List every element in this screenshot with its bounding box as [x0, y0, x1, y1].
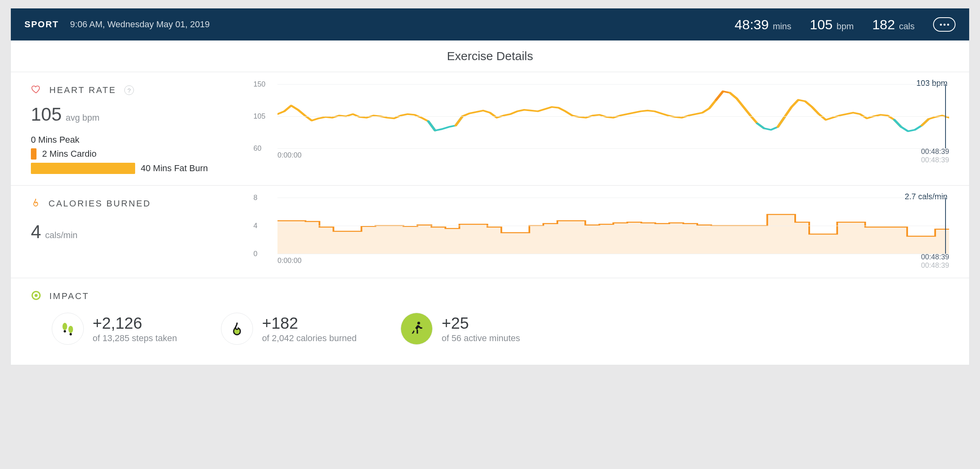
svg-point-1	[34, 294, 38, 297]
hr-zone: 40 Mins Fat Burn	[31, 163, 253, 174]
stat-hr: 105 bpm	[810, 17, 854, 32]
hr-y-tick: 105	[253, 112, 265, 121]
flame-badge-icon	[227, 319, 247, 338]
heart-rate-chart[interactable]: 60105150 0:00:00 00:48:39 00:48:39	[253, 84, 949, 164]
hr-unit: bpm	[836, 21, 854, 32]
impact-active: +25 of 56 active minutes	[401, 313, 520, 345]
avg-cal-value: 4	[31, 221, 41, 243]
avg-hr-unit: avg bpm	[66, 113, 99, 123]
cal-unit: cals	[899, 21, 915, 32]
cal-y-tick: 4	[253, 222, 257, 230]
impact-steps-sub: of 13,285 steps taken	[93, 333, 177, 344]
duration-unit: mins	[773, 21, 791, 32]
impact-cal-sub: of 2,042 calories burned	[262, 333, 356, 344]
section-calories: CALORIES BURNED 4 cals/min 2.7 cals/min …	[11, 186, 969, 278]
section-impact: IMPACT +2,126 of 13,285 steps taken	[11, 278, 969, 365]
impact-title: IMPACT	[49, 291, 89, 301]
svg-point-2	[63, 323, 67, 330]
impact-cal-value: +182	[262, 314, 356, 332]
help-button[interactable]: ?	[124, 85, 134, 95]
hr-y-tick: 60	[253, 144, 261, 153]
avg-cal-unit: cals/min	[45, 230, 78, 241]
section-heart-rate: HEART RATE ? 105 avg bpm 0 Mins Peak2 Mi…	[11, 72, 969, 186]
cal-y-tick: 8	[253, 194, 257, 202]
stat-duration: 48:39 mins	[735, 17, 792, 32]
cal-x-end-bottom: 00:48:39	[921, 261, 949, 270]
hr-value: 105	[810, 17, 833, 32]
hr-zone-label: 40 Mins Fat Burn	[141, 163, 208, 174]
heart-icon	[31, 84, 41, 96]
hr-x-end-bottom: 00:48:39	[921, 156, 949, 164]
cal-y-tick: 0	[253, 250, 257, 258]
hr-x-end-top: 00:48:39	[921, 148, 949, 156]
impact-steps-value: +2,126	[93, 314, 177, 332]
more-button[interactable]	[933, 17, 956, 32]
hr-zone: 2 Mins Cardio	[31, 148, 253, 160]
hr-zone-label: 2 Mins Cardio	[42, 149, 97, 159]
activity-header: SPORT 9:06 AM, Wednesday May 01, 2019 48…	[11, 8, 969, 40]
calories-title: CALORIES BURNED	[49, 198, 151, 209]
impact-active-value: +25	[441, 314, 520, 332]
svg-point-4	[64, 330, 66, 332]
cal-x-start: 0:00:00	[277, 257, 302, 265]
activity-timestamp: 9:06 AM, Wednesday May 01, 2019	[70, 19, 210, 30]
hr-zone: 0 Mins Peak	[31, 135, 253, 145]
impact-steps: +2,126 of 13,285 steps taken	[52, 313, 177, 345]
cal-x-end-top: 00:48:39	[921, 253, 949, 261]
activity-type: SPORT	[24, 19, 59, 30]
heart-rate-title: HEART RATE	[49, 85, 116, 95]
svg-point-5	[69, 333, 72, 336]
avg-hr-value: 105	[31, 103, 62, 125]
target-icon	[31, 290, 41, 302]
cal-value: 182	[872, 17, 895, 32]
stat-cals: 182 cals	[872, 17, 915, 32]
hr-y-tick: 150	[253, 80, 265, 89]
footsteps-icon	[58, 319, 77, 338]
duration-value: 48:39	[735, 17, 769, 32]
flame-icon	[31, 198, 40, 210]
calories-chart[interactable]: 048 0:00:00 00:48:39 00:48:39	[253, 198, 949, 270]
impact-calories: +182 of 2,042 calories burned	[221, 313, 356, 345]
svg-point-6	[417, 322, 420, 325]
hr-zone-label: 0 Mins Peak	[31, 135, 79, 145]
running-icon	[407, 319, 426, 338]
svg-point-3	[68, 326, 73, 333]
impact-active-sub: of 56 active minutes	[441, 333, 520, 344]
page-title: Exercise Details	[11, 40, 969, 72]
hr-x-start: 0:00:00	[277, 151, 302, 160]
